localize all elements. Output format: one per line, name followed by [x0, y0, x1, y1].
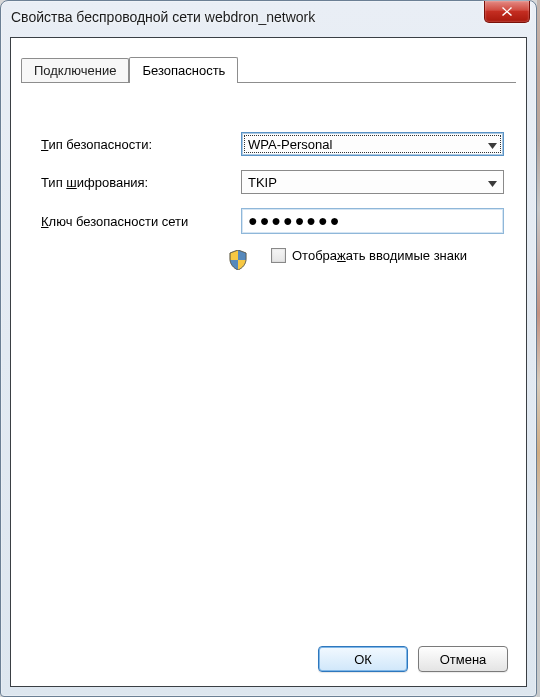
tab-security-label: Безопасность — [142, 63, 225, 78]
chevron-down-icon — [483, 175, 501, 190]
tab-strip: Подключение Безопасность — [21, 52, 526, 82]
tab-security[interactable]: Безопасность — [129, 57, 238, 83]
close-button[interactable] — [484, 1, 530, 23]
window-frame: Свойства беспроводной сети webdron_netwo… — [0, 0, 537, 697]
security-form: Тип безопасности: WPA-Personal Тип шифро… — [11, 82, 526, 298]
client-area: Подключение Безопасность Тип безопасност… — [10, 37, 527, 687]
show-chars-checkbox[interactable] — [271, 248, 286, 263]
close-icon — [501, 6, 513, 17]
security-type-dropdown[interactable]: WPA-Personal — [241, 132, 504, 156]
encryption-dropdown[interactable]: TKIP — [241, 170, 504, 194]
label-network-key: Ключ безопасности сети — [41, 214, 241, 229]
titlebar: Свойства беспроводной сети webdron_netwo… — [1, 1, 536, 33]
row-security-type: Тип безопасности: WPA-Personal — [41, 132, 504, 156]
label-encryption: Тип шифрования: — [41, 175, 241, 190]
tab-connection[interactable]: Подключение — [21, 58, 129, 83]
label-security-type: Тип безопасности: — [41, 137, 241, 152]
button-bar: ОК Отмена — [318, 646, 508, 672]
cancel-button[interactable]: Отмена — [418, 646, 508, 672]
network-key-value: ●●●●●●●● — [248, 212, 341, 230]
tab-divider — [21, 82, 516, 83]
row-encryption: Тип шифрования: TKIP — [41, 170, 504, 194]
tab-connection-label: Подключение — [34, 63, 116, 78]
ok-button[interactable]: ОК — [318, 646, 408, 672]
cancel-button-label: Отмена — [440, 652, 487, 667]
row-show-chars: Отображать вводимые знаки — [271, 248, 504, 263]
chevron-down-icon — [483, 137, 501, 152]
ok-button-label: ОК — [354, 652, 372, 667]
security-type-value: WPA-Personal — [248, 137, 483, 152]
encryption-value: TKIP — [248, 175, 483, 190]
shield-icon — [229, 250, 247, 273]
label-show-chars: Отображать вводимые знаки — [292, 248, 467, 263]
row-network-key: Ключ безопасности сети ●●●●●●●● — [41, 208, 504, 234]
network-key-input[interactable]: ●●●●●●●● — [241, 208, 504, 234]
window-title: Свойства беспроводной сети webdron_netwo… — [11, 9, 484, 25]
